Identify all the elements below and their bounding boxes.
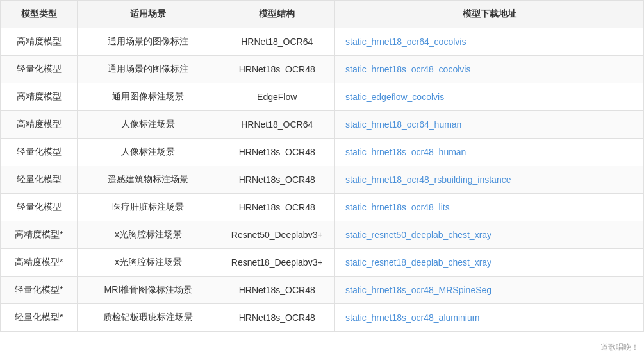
cell-model: HRNet18_OCR64 <box>219 111 335 139</box>
header-scene: 适用场景 <box>78 1 219 28</box>
cell-scene: 医疗肝脏标注场景 <box>78 194 219 221</box>
cell-scene: 人像标注场景 <box>78 111 219 139</box>
cell-url[interactable]: static_hrnet18s_ocr48_lits <box>335 194 644 221</box>
model-download-link[interactable]: static_hrnet18s_ocr48_cocolvis <box>345 64 470 74</box>
header-model: 模型结构 <box>219 1 335 28</box>
table-row: 高精度模型通用图像标注场景EdgeFlowstatic_edgeflow_coc… <box>1 83 644 111</box>
table-row: 轻量化模型*MRI椎骨图像标注场景HRNet18s_OCR48static_hr… <box>1 277 644 304</box>
cell-scene: 人像标注场景 <box>78 139 219 166</box>
cell-type: 高精度模型* <box>1 249 78 277</box>
table-row: 轻量化模型医疗肝脏标注场景HRNet18s_OCR48static_hrnet1… <box>1 194 644 221</box>
cell-url[interactable]: static_hrnet18s_ocr48_aluminium <box>335 304 644 332</box>
cell-type: 高精度模型 <box>1 111 78 139</box>
cell-scene: 通用场景的图像标注 <box>78 28 219 56</box>
cell-type: 轻量化模型 <box>1 166 78 194</box>
table-row: 高精度模型*x光胸腔标注场景Resnet18_Deeplabv3+static_… <box>1 249 644 277</box>
model-download-link[interactable]: static_edgeflow_cocolvis <box>345 92 444 102</box>
model-download-link[interactable]: static_hrnet18s_ocr48_aluminium <box>345 312 479 323</box>
model-table: 模型类型 适用场景 模型结构 模型下载地址 高精度模型通用场景的图像标注HRNe… <box>0 0 644 332</box>
cell-model: Resnet18_Deeplabv3+ <box>219 249 335 277</box>
model-download-link[interactable]: static_hrnet18_ocr64_human <box>345 119 461 130</box>
cell-type: 轻量化模型* <box>1 277 78 304</box>
cell-type: 高精度模型 <box>1 83 78 111</box>
table-row: 高精度模型人像标注场景HRNet18_OCR64static_hrnet18_o… <box>1 111 644 139</box>
cell-type: 轻量化模型 <box>1 56 78 83</box>
cell-scene: 遥感建筑物标注场景 <box>78 166 219 194</box>
table-row: 高精度模型通用场景的图像标注HRNet18_OCR64static_hrnet1… <box>1 28 644 56</box>
model-download-link[interactable]: static_hrnet18_ocr48_rsbuilding_instance <box>345 175 511 185</box>
cell-model: HRNet18s_OCR48 <box>219 277 335 304</box>
cell-model: HRNet18_OCR64 <box>219 28 335 56</box>
table-row: 轻量化模型遥感建筑物标注场景HRNet18s_OCR48static_hrnet… <box>1 166 644 194</box>
table-row: 轻量化模型人像标注场景HRNet18s_OCR48static_hrnet18s… <box>1 139 644 166</box>
cell-model: EdgeFlow <box>219 83 335 111</box>
header-url: 模型下载地址 <box>335 1 644 28</box>
model-download-link[interactable]: static_hrnet18s_ocr48_MRSpineSeg <box>345 285 491 295</box>
model-download-link[interactable]: static_resnet18_deeplab_chest_xray <box>345 257 491 268</box>
cell-scene: 质检铝板瑕疵标注场景 <box>78 304 219 332</box>
cell-type: 轻量化模型 <box>1 139 78 166</box>
table-row: 轻量化模型通用场景的图像标注HRNet18s_OCR48static_hrnet… <box>1 56 644 83</box>
cell-type: 轻量化模型 <box>1 194 78 221</box>
cell-scene: x光胸腔标注场景 <box>78 221 219 249</box>
model-download-link[interactable]: static_hrnet18s_ocr48_human <box>345 147 466 157</box>
model-download-link[interactable]: static_hrnet18s_ocr48_lits <box>345 202 450 212</box>
cell-type: 轻量化模型* <box>1 304 78 332</box>
cell-model: HRNet18s_OCR48 <box>219 139 335 166</box>
model-download-link[interactable]: static_resnet50_deeplab_chest_xray <box>345 230 491 240</box>
cell-scene: 通用场景的图像标注 <box>78 56 219 83</box>
cell-url[interactable]: static_hrnet18s_ocr48_human <box>335 139 644 166</box>
cell-url[interactable]: static_hrnet18_ocr64_cocolvis <box>335 28 644 56</box>
table-row: 高精度模型*x光胸腔标注场景Resnet50_Deeplabv3+static_… <box>1 221 644 249</box>
cell-url[interactable]: static_hrnet18_ocr64_human <box>335 111 644 139</box>
cell-url[interactable]: static_edgeflow_cocolvis <box>335 83 644 111</box>
cell-url[interactable]: static_resnet50_deeplab_chest_xray <box>335 221 644 249</box>
cell-scene: x光胸腔标注场景 <box>78 249 219 277</box>
cell-url[interactable]: static_hrnet18_ocr48_rsbuilding_instance <box>335 166 644 194</box>
cell-model: Resnet50_Deeplabv3+ <box>219 221 335 249</box>
cell-url[interactable]: static_hrnet18s_ocr48_cocolvis <box>335 56 644 83</box>
header-type: 模型类型 <box>1 1 78 28</box>
cell-type: 高精度模型* <box>1 221 78 249</box>
model-download-link[interactable]: static_hrnet18_ocr64_cocolvis <box>345 37 466 47</box>
cell-url[interactable]: static_hrnet18s_ocr48_MRSpineSeg <box>335 277 644 304</box>
cell-model: HRNet18s_OCR48 <box>219 166 335 194</box>
table-row: 轻量化模型*质检铝板瑕疵标注场景HRNet18s_OCR48static_hrn… <box>1 304 644 332</box>
cell-type: 高精度模型 <box>1 28 78 56</box>
cell-scene: MRI椎骨图像标注场景 <box>78 277 219 304</box>
cell-model: HRNet18s_OCR48 <box>219 194 335 221</box>
cell-scene: 通用图像标注场景 <box>78 83 219 111</box>
cell-model: HRNet18s_OCR48 <box>219 304 335 332</box>
cell-model: HRNet18s_OCR48 <box>219 56 335 83</box>
cell-url[interactable]: static_resnet18_deeplab_chest_xray <box>335 249 644 277</box>
